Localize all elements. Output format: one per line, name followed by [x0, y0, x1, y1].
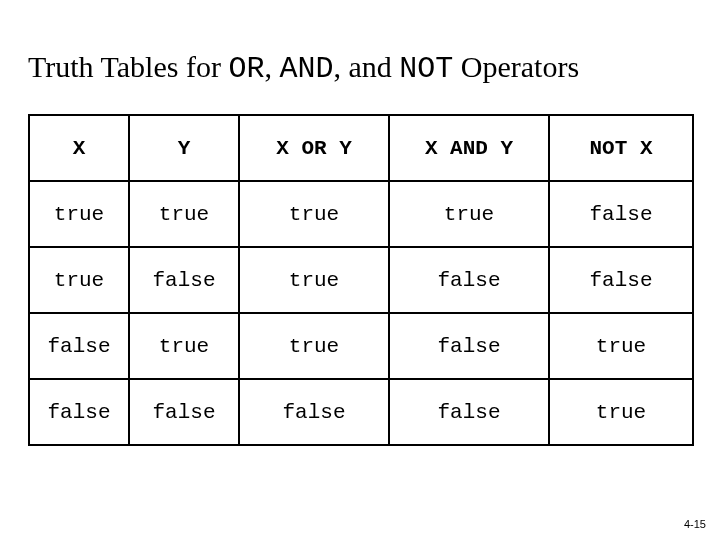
slide-number: 4-15	[684, 518, 706, 530]
cell: false	[129, 379, 239, 445]
cell: false	[389, 247, 549, 313]
table-row: true false true false false	[29, 247, 693, 313]
table-row: false true true false true	[29, 313, 693, 379]
cell: true	[239, 181, 389, 247]
table-row: true true true true false	[29, 181, 693, 247]
cell: false	[389, 313, 549, 379]
cell: true	[239, 313, 389, 379]
col-header-x-or-y: X OR Y	[239, 115, 389, 181]
table-header-row: X Y X OR Y X AND Y NOT X	[29, 115, 693, 181]
cell: true	[29, 181, 129, 247]
title-sep-2: , and	[333, 50, 399, 83]
cell: true	[129, 313, 239, 379]
col-header-x-and-y: X AND Y	[389, 115, 549, 181]
title-text-1: Truth Tables for	[28, 50, 228, 83]
col-header-not-x: NOT X	[549, 115, 693, 181]
cell: false	[549, 181, 693, 247]
col-header-x: X	[29, 115, 129, 181]
cell: true	[389, 181, 549, 247]
cell: false	[29, 379, 129, 445]
page-title: Truth Tables for OR, AND, and NOT Operat…	[28, 50, 692, 86]
title-op-or: OR	[228, 52, 264, 86]
table-row: false false false false true	[29, 379, 693, 445]
title-text-2: Operators	[453, 50, 579, 83]
col-header-y: Y	[129, 115, 239, 181]
cell: true	[549, 379, 693, 445]
title-op-not: NOT	[399, 52, 453, 86]
cell: false	[239, 379, 389, 445]
cell: false	[389, 379, 549, 445]
title-op-and: AND	[279, 52, 333, 86]
cell: false	[549, 247, 693, 313]
cell: false	[29, 313, 129, 379]
cell: true	[29, 247, 129, 313]
slide: Truth Tables for OR, AND, and NOT Operat…	[0, 0, 720, 540]
cell: true	[129, 181, 239, 247]
truth-table: X Y X OR Y X AND Y NOT X true true true …	[28, 114, 694, 446]
cell: true	[549, 313, 693, 379]
cell: true	[239, 247, 389, 313]
title-sep-1: ,	[264, 50, 279, 83]
cell: false	[129, 247, 239, 313]
